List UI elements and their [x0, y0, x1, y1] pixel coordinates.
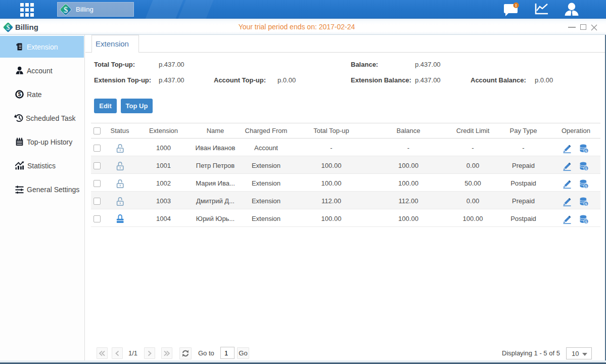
svg-text:$: $ [18, 91, 21, 97]
svg-text:$: $ [64, 5, 68, 15]
svg-text:!: ! [516, 3, 517, 8]
